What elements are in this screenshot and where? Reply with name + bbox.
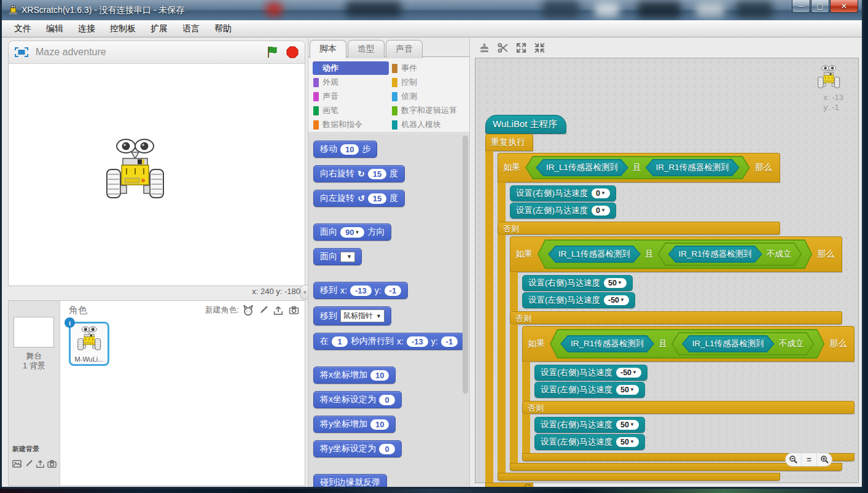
speed-dropdown[interactable]: 50▼ bbox=[604, 278, 627, 288]
menu-item-2[interactable]: 连接 bbox=[78, 23, 95, 34]
forever-foot[interactable] bbox=[485, 483, 533, 489]
speed-dropdown[interactable]: 50▼ bbox=[616, 437, 639, 447]
new-backdrop-library-icon[interactable] bbox=[12, 459, 22, 468]
palette-block[interactable]: 将y坐标增加10 bbox=[313, 416, 396, 433]
zoom-out-button[interactable] bbox=[786, 453, 801, 466]
palette-block[interactable]: 向左旋转↺15度 bbox=[313, 190, 405, 207]
speed-dropdown[interactable]: -50▼ bbox=[604, 295, 629, 305]
number-input[interactable]: 1 bbox=[332, 336, 348, 347]
upload-sprite-icon[interactable] bbox=[273, 305, 284, 316]
set-left-motor-block[interactable]: 设置(左侧)马达速度0▼ bbox=[510, 203, 616, 219]
and-operator-block[interactable]: IR_R1传感器检测到且IR_L1传感器检测到不成立 bbox=[550, 329, 824, 359]
menu-item-4[interactable]: 扩展 bbox=[151, 23, 168, 34]
number-input[interactable]: 10 bbox=[370, 419, 389, 430]
category-0[interactable]: 动作 bbox=[313, 61, 389, 75]
number-input[interactable]: 15 bbox=[368, 169, 386, 179]
camera-backdrop-icon[interactable] bbox=[47, 459, 57, 468]
paint-backdrop-icon[interactable] bbox=[24, 459, 33, 468]
if-else-block-0[interactable]: 如果IR_L1传感器检测到且IR_R1传感器检测到那么设置(右侧)马达速度0▼设… bbox=[498, 153, 854, 481]
else-bar[interactable]: 否则 bbox=[498, 222, 780, 235]
paint-sprite-icon[interactable] bbox=[258, 305, 268, 316]
number-input[interactable]: -13 bbox=[407, 336, 428, 347]
palette-scrollbar[interactable] bbox=[463, 136, 468, 394]
speed-dropdown[interactable]: 50▼ bbox=[616, 385, 639, 395]
if-else-block-2[interactable]: 如果IR_R1传感器检测到且IR_L1传感器检测到不成立那么设置(右侧)马达速度… bbox=[522, 326, 854, 461]
palette-block[interactable]: 将x坐标增加10 bbox=[313, 367, 396, 384]
category-4[interactable]: 数据和指令 bbox=[313, 118, 389, 131]
palette-block[interactable]: 面向90▼方向 bbox=[313, 223, 391, 241]
maximize-button[interactable]: ▢ bbox=[811, 0, 829, 13]
dropdown-input[interactable]: 鼠标指针▼ bbox=[340, 309, 385, 322]
menu-item-3[interactable]: 控制板 bbox=[110, 23, 136, 34]
green-flag-button[interactable] bbox=[267, 46, 279, 58]
grow-icon[interactable] bbox=[515, 42, 527, 53]
category-2[interactable]: 声音 bbox=[313, 90, 389, 103]
speed-dropdown[interactable]: 0▼ bbox=[592, 206, 610, 215]
if-header[interactable]: 如果IR_R1传感器检测到且IR_L1传感器检测到不成立那么 bbox=[522, 326, 854, 362]
stamp-icon[interactable] bbox=[479, 42, 490, 53]
stage-sprite-robot[interactable] bbox=[106, 136, 167, 205]
upload-backdrop-icon[interactable] bbox=[36, 459, 45, 468]
forever-block[interactable]: 重复执行如果IR_L1传感器检测到且IR_R1传感器检测到那么设置(右侧)马达速… bbox=[485, 134, 854, 489]
number-input[interactable]: -13 bbox=[350, 285, 372, 296]
palette-block[interactable]: 将x坐标设定为0 bbox=[313, 391, 402, 408]
category-7[interactable]: 侦测 bbox=[391, 90, 469, 103]
forever-header[interactable]: 重复执行 bbox=[485, 134, 533, 151]
not-operator-block[interactable]: IR_R1传感器检测到不成立 bbox=[658, 243, 802, 266]
category-6[interactable]: 控制 bbox=[391, 76, 469, 89]
set-left-motor-block[interactable]: 设置(左侧)马达速度-50▼ bbox=[522, 292, 635, 308]
palette-block[interactable]: 移到鼠标指针▼ bbox=[313, 306, 391, 325]
shrink-icon[interactable] bbox=[534, 42, 545, 53]
set-right-motor-block[interactable]: 设置(右侧)马达速度50▼ bbox=[534, 417, 645, 433]
if-foot[interactable] bbox=[498, 473, 780, 481]
stage-canvas[interactable] bbox=[9, 64, 305, 285]
scissors-icon[interactable] bbox=[497, 42, 509, 53]
number-input[interactable]: -1 bbox=[385, 285, 402, 296]
number-dropdown[interactable]: 90▼ bbox=[340, 227, 364, 238]
palette-block[interactable]: 碰到边缘就反弹 bbox=[313, 474, 387, 487]
sensor-block[interactable]: IR_L1传感器检测到 bbox=[536, 159, 628, 176]
category-9[interactable]: 机器人模块 bbox=[391, 118, 469, 131]
number-input[interactable]: 10 bbox=[370, 370, 389, 381]
minimize-button[interactable]: ─ bbox=[792, 0, 810, 13]
sensor-block[interactable]: IR_R1传感器检测到 bbox=[560, 335, 654, 352]
tab-0[interactable]: 脚本 bbox=[310, 40, 346, 58]
set-left-motor-block[interactable]: 设置(左侧)马达速度50▼ bbox=[534, 382, 645, 398]
number-input[interactable]: 0 bbox=[379, 444, 395, 454]
menu-item-6[interactable]: 帮助 bbox=[214, 23, 232, 34]
palette-block[interactable]: 在1秒内滑行到x:-13y:-1 bbox=[313, 333, 464, 350]
fullscreen-icon[interactable] bbox=[15, 47, 28, 58]
speed-dropdown[interactable]: 50▼ bbox=[616, 420, 639, 430]
sprite-card-selected[interactable]: i M-WuLi... bbox=[69, 322, 109, 366]
zoom-reset-button[interactable]: = bbox=[801, 453, 816, 466]
else-bar[interactable]: 否则 bbox=[522, 401, 854, 414]
stage-thumbnail[interactable] bbox=[14, 317, 54, 347]
close-button[interactable]: ✕ bbox=[830, 0, 858, 13]
category-3[interactable]: 画笔 bbox=[313, 104, 389, 117]
set-left-motor-block[interactable]: 设置(左侧)马达速度50▼ bbox=[534, 434, 645, 450]
title-bar[interactable]: XRScratch(v1.6.3) - 没有连接串口 - 未保存 ─ ▢ ✕ bbox=[2, 0, 862, 20]
sensor-block[interactable]: IR_R1传感器检测到 bbox=[668, 246, 762, 263]
number-input[interactable]: -1 bbox=[441, 336, 458, 347]
set-right-motor-block[interactable]: 设置(右侧)马达速度-50▼ bbox=[534, 365, 647, 381]
menu-item-5[interactable]: 语言 bbox=[182, 23, 200, 34]
and-operator-block[interactable]: IR_L1传感器检测到且IR_R1传感器检测到不成立 bbox=[538, 239, 812, 269]
script-canvas[interactable]: x: -13 y: -1 WuLiBot 主程序重复执行如果IR_L1传感器检测… bbox=[475, 58, 859, 483]
tab-2[interactable]: 声音 bbox=[386, 40, 423, 58]
hat-block-main-program[interactable]: WuLiBot 主程序 bbox=[485, 115, 566, 134]
new-sprite-library-icon[interactable] bbox=[243, 305, 254, 316]
number-input[interactable]: 10 bbox=[340, 144, 359, 155]
if-header[interactable]: 如果IR_L1传感器检测到且IR_R1传感器检测到不成立那么 bbox=[510, 236, 842, 272]
if-header[interactable]: 如果IR_L1传感器检测到且IR_R1传感器检测到那么 bbox=[498, 153, 780, 182]
palette-block[interactable]: 向右旋转↻15度 bbox=[313, 165, 405, 182]
else-bar[interactable]: 否则 bbox=[510, 311, 842, 324]
stop-button[interactable] bbox=[286, 46, 299, 58]
menu-item-0[interactable]: 文件 bbox=[14, 23, 31, 34]
menu-item-1[interactable]: 编辑 bbox=[46, 23, 63, 34]
palette-block[interactable]: 面向▼ bbox=[313, 248, 362, 265]
palette-block[interactable]: 将y坐标设定为0 bbox=[313, 440, 402, 457]
and-operator-block[interactable]: IR_L1传感器检测到且IR_R1传感器检测到 bbox=[525, 156, 750, 179]
speed-dropdown[interactable]: 0▼ bbox=[592, 188, 610, 198]
number-input[interactable]: 0 bbox=[379, 395, 395, 405]
set-right-motor-block[interactable]: 设置(右侧)马达速度0▼ bbox=[510, 185, 616, 201]
